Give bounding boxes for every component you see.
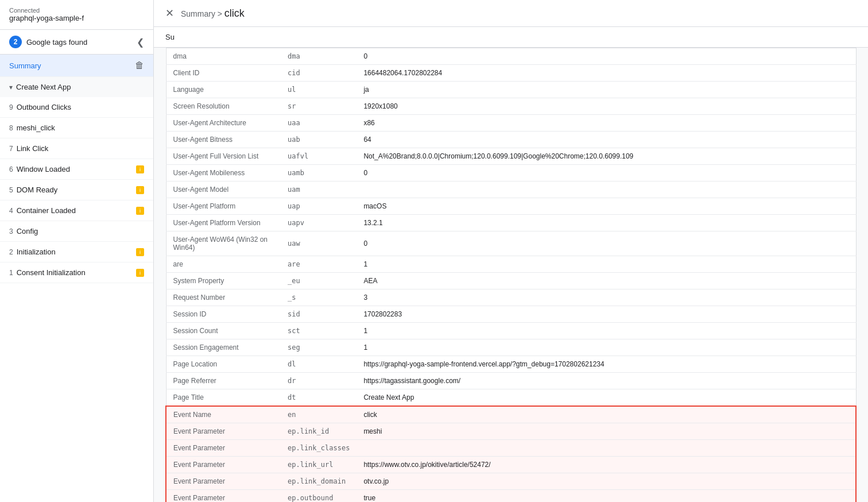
table-row: User-Agent PlatformuapmacOS xyxy=(166,198,856,215)
group-label: Create Next App xyxy=(16,83,144,91)
row-key: uamb xyxy=(281,165,356,182)
row-key: uam xyxy=(281,182,356,198)
table-row: Session Countsct1 xyxy=(166,323,856,339)
row-key: _s xyxy=(281,289,356,306)
row-key: uafvl xyxy=(281,148,356,165)
table-row: System Property_euAEA xyxy=(166,273,856,289)
row-value: ja xyxy=(356,82,856,98)
row-key: _eu xyxy=(281,273,356,289)
row-name: Page Referrer xyxy=(166,373,281,389)
row-key: uab xyxy=(281,132,356,148)
table-row: User-Agent Full Version ListuafvlNot_A%2… xyxy=(166,148,856,165)
row-value: macOS xyxy=(356,198,856,215)
row-key: dr xyxy=(281,373,356,389)
highlighted-row: Event Parameter ep.outbound true xyxy=(166,490,856,503)
table-row: User-Agent WoW64 (Win32 on Win64)uaw0 xyxy=(166,231,856,256)
row-name: User-Agent WoW64 (Win32 on Win64) xyxy=(166,231,281,256)
row-value: x86 xyxy=(356,115,856,132)
nav-item-meshi-click[interactable]: 8 meshi_click xyxy=(0,118,153,138)
row-key: dt xyxy=(281,389,356,407)
nav-item-initialization[interactable]: 2 Initialization i xyxy=(0,242,153,262)
nav-item-consent-initialization[interactable]: 1 Consent Initialization i xyxy=(0,262,153,283)
table-row: User-Agent Platform Versionuapv13.2.1 xyxy=(166,215,856,231)
breadcrumb-prefix: Summary > xyxy=(181,9,224,18)
table-row: dmadma0 xyxy=(166,48,856,65)
row-name: Page Title xyxy=(166,389,281,407)
row-value: 1664482064.1702802284 xyxy=(356,65,856,82)
row-key: ul xyxy=(281,82,356,98)
consent-badge: i xyxy=(136,269,144,277)
row-value: 0 xyxy=(356,48,856,65)
row-name: Event Name xyxy=(166,406,281,423)
row-value: AEA xyxy=(356,273,856,289)
row-name: Client ID xyxy=(166,65,281,82)
row-key: ep.link_domain xyxy=(281,473,356,490)
summary-label: Summary xyxy=(9,61,135,70)
table-row: User-Agent Modeluam xyxy=(166,182,856,198)
row-key: dma xyxy=(281,48,356,65)
row-name: are xyxy=(166,256,281,273)
highlighted-row: Event Name en click xyxy=(166,406,856,423)
nav-item-outbound-clicks[interactable]: 9 Outbound Clicks xyxy=(0,97,153,118)
dom-ready-badge: i xyxy=(136,186,144,194)
left-header: Connected graphql-yoga-sample-f xyxy=(0,0,153,30)
row-key: seg xyxy=(281,339,356,356)
table-row: Request Number_s3 xyxy=(166,289,856,306)
row-key: uapv xyxy=(281,215,356,231)
tags-bar: 2 Google tags found ❮ xyxy=(0,30,153,55)
table-row: Page Locationdlhttps://graphql-yoga-samp… xyxy=(166,356,856,373)
table-row: Screen Resolutionsr1920x1080 xyxy=(166,98,856,115)
highlighted-row: Event Parameter ep.link_domain otv.co.jp xyxy=(166,473,856,490)
row-name: User-Agent Architecture xyxy=(166,115,281,132)
table-row: Page TitledtCreate Next App xyxy=(166,389,856,407)
row-key: uaa xyxy=(281,115,356,132)
row-value: https://tagassistant.google.com/ xyxy=(356,373,856,389)
row-key: dl xyxy=(281,356,356,373)
connected-label: Connected xyxy=(9,7,144,14)
sidebar-item-summary[interactable]: Summary 🗑 xyxy=(0,55,153,77)
row-key: cid xyxy=(281,65,356,82)
row-value: true xyxy=(356,490,856,503)
row-value: Not_A%20Brand;8.0.0.0|Chromium;120.0.609… xyxy=(356,148,856,165)
tags-badge: 2 xyxy=(9,36,22,48)
nav-item-config[interactable]: 3 Config xyxy=(0,221,153,242)
connected-title: graphql-yoga-sample-f xyxy=(9,14,144,22)
row-name: User-Agent Platform xyxy=(166,198,281,215)
nav-item-dom-ready[interactable]: 5 DOM Ready i xyxy=(0,180,153,200)
chevron-button[interactable]: ❮ xyxy=(137,37,144,48)
row-name: User-Agent Full Version List xyxy=(166,148,281,165)
row-value: meshi xyxy=(356,423,856,440)
row-value: Create Next App xyxy=(356,389,856,407)
close-button[interactable]: ✕ xyxy=(165,7,174,20)
row-key: ep.link_id xyxy=(281,423,356,440)
container-loaded-badge: i xyxy=(136,207,144,215)
row-name: Session Engagement xyxy=(166,339,281,356)
row-name: dma xyxy=(166,48,281,65)
delete-icon[interactable]: 🗑 xyxy=(135,60,144,71)
highlighted-row: Event Parameter ep.link_classes xyxy=(166,440,856,457)
nav-group-create-next-app[interactable]: ▾ Create Next App xyxy=(0,77,153,97)
nav-item-window-loaded[interactable]: 6 Window Loaded i xyxy=(0,159,153,180)
row-value xyxy=(356,182,856,198)
row-value: 13.2.1 xyxy=(356,215,856,231)
content-area[interactable]: Su dmadma0Client IDcid1664482064.1702802… xyxy=(154,27,868,502)
nav-item-link-click[interactable]: 7 Link Click xyxy=(0,138,153,159)
tags-label: Google tags found xyxy=(26,38,132,47)
row-name: Event Parameter xyxy=(166,440,281,457)
row-key: ep.link_classes xyxy=(281,440,356,457)
row-name: Request Number xyxy=(166,289,281,306)
table-row: Client IDcid1664482064.1702802284 xyxy=(166,65,856,82)
table-row: areare1 xyxy=(166,256,856,273)
row-key: sct xyxy=(281,323,356,339)
table-row: User-Agent Bitnessuab64 xyxy=(166,132,856,148)
window-loaded-badge: i xyxy=(136,165,144,173)
breadcrumb-current: click xyxy=(224,7,245,19)
highlighted-row: Event Parameter ep.link_id meshi xyxy=(166,423,856,440)
group-arrow-icon: ▾ xyxy=(9,83,13,91)
row-name: Page Location xyxy=(166,356,281,373)
row-key: ep.outbound xyxy=(281,490,356,503)
row-value: https://www.otv.co.jp/okitive/article/52… xyxy=(356,457,856,473)
row-name: System Property xyxy=(166,273,281,289)
nav-item-container-loaded[interactable]: 4 Container Loaded i xyxy=(0,200,153,221)
table-row: Session IDsid1702802283 xyxy=(166,306,856,323)
